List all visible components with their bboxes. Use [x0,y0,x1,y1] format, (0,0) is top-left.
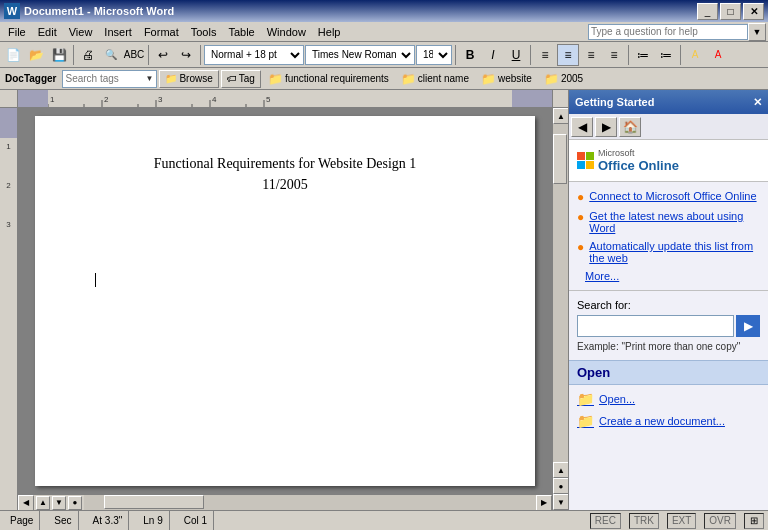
menu-edit[interactable]: Edit [32,24,63,40]
tag-button[interactable]: 🏷 Tag [221,70,261,88]
svg-text:2: 2 [104,95,109,104]
panel-home-button[interactable]: 🏠 [619,117,641,137]
cursor-area[interactable] [95,273,475,291]
breadcrumb-website[interactable]: 📁 website [476,70,537,88]
menu-help[interactable]: Help [312,24,347,40]
menu-insert[interactable]: Insert [98,24,138,40]
status-line: Ln 9 [137,511,169,530]
minimize-button[interactable]: _ [697,3,718,20]
breadcrumb-functional-requirements[interactable]: 📁 functional requirements [263,70,394,88]
menu-file[interactable]: File [2,24,32,40]
panel-search-example: Example: "Print more than one copy" [577,341,760,352]
panel-open-links-area: 📁 Open... 📁 Create a new document... [569,385,768,435]
font-color-button[interactable]: A [707,44,729,66]
new-button[interactable]: 📄 [2,44,24,66]
status-ext: EXT [667,513,696,529]
panel-back-button[interactable]: ◀ [571,117,593,137]
search-dropdown-icon[interactable]: ▼ [146,74,154,83]
redo-button[interactable]: ↪ [175,44,197,66]
panel-open-link-2[interactable]: 📁 Create a new document... [577,413,760,429]
help-search-button[interactable]: ▼ [748,23,766,41]
app-icon: W [4,3,20,19]
panel-link-2[interactable]: Get the latest news about using Word [589,210,760,234]
panel-close-icon[interactable]: ✕ [753,96,762,109]
panel-search-go-button[interactable]: ▶ [736,315,760,337]
sep5 [530,45,531,65]
align-left-button[interactable]: ≡ [534,44,556,66]
status-page-label: Page [10,515,33,526]
panel-open-section-header: Open [569,360,768,385]
document-body-area: 1 2 3 4 5 [0,90,568,510]
hscroll-right-button[interactable]: ▶ [536,495,552,511]
page-area: Functional Requirements for Website Desi… [18,108,552,510]
italic-button[interactable]: I [482,44,504,66]
ruler-v-top-margin [0,108,17,138]
sep1 [73,45,74,65]
panel-link-3[interactable]: Automatically update this list from the … [589,240,760,264]
vertical-scrollbar: ▲ ▲ ● ▼ [552,108,568,510]
panel-more-link[interactable]: More... [577,270,760,282]
align-right-button[interactable]: ≡ [580,44,602,66]
tag-icon: 🏷 [227,73,237,84]
panel-nav: ◀ ▶ 🏠 [569,114,768,140]
next-page-button[interactable]: ▼ [52,496,66,510]
hscroll-track[interactable] [84,495,536,510]
hscroll-thumb[interactable] [104,495,204,509]
menu-view[interactable]: View [63,24,99,40]
breadcrumb-label-1: functional requirements [285,73,389,84]
close-button[interactable]: ✕ [743,3,764,20]
numbered-list-button[interactable]: ≔ [655,44,677,66]
justify-button[interactable]: ≡ [603,44,625,66]
status-rec: REC [590,513,621,529]
save-button[interactable]: 💾 [48,44,70,66]
highlight-button[interactable]: A [684,44,706,66]
bullet-list-button[interactable]: ≔ [632,44,654,66]
panel-search-input[interactable] [577,315,734,337]
search-tags-input[interactable] [66,73,146,84]
help-search-input[interactable] [588,24,748,40]
size-selector[interactable]: 18 [416,45,452,65]
breadcrumb-2005[interactable]: 📁 2005 [539,70,588,88]
maximize-button[interactable]: □ [720,3,741,20]
browse-button-nav[interactable]: ● [68,496,82,510]
status-sec-label: Sec [54,515,71,526]
ruler-ticks: 1 2 3 4 5 [18,90,552,108]
vscroll-down-button[interactable]: ▼ [553,494,568,510]
menu-table[interactable]: Table [222,24,260,40]
ruler-v-tick-1: 1 [0,138,17,151]
font-selector[interactable]: Times New Roman [305,45,415,65]
bold-button[interactable]: B [459,44,481,66]
browse-button[interactable]: 📁 Browse [159,70,218,88]
panel-forward-button[interactable]: ▶ [595,117,617,137]
hscroll-left-button[interactable]: ◀ [18,495,34,511]
vscroll-up-button[interactable]: ▲ [553,108,568,124]
spell-button[interactable]: ABC [123,44,145,66]
scrollable-doc-area[interactable]: Functional Requirements for Website Desi… [18,108,552,494]
menu-format[interactable]: Format [138,24,185,40]
panel-link-1[interactable]: Connect to Microsoft Office Online [589,190,756,202]
breadcrumb-client-name[interactable]: 📁 client name [396,70,474,88]
breadcrumb-label-2: client name [418,73,469,84]
help-search: ▼ [588,23,766,41]
vscroll-thumb[interactable] [553,134,567,184]
ruler-v-tick-2: 2 [0,181,17,190]
vscroll-extra-mid[interactable]: ● [553,478,568,494]
vscroll-track[interactable] [553,124,568,462]
status-bar: Page Sec At 3.3" Ln 9 Col 1 REC TRK EXT … [0,510,768,530]
open-button[interactable]: 📂 [25,44,47,66]
preview-button[interactable]: 🔍 [100,44,122,66]
menu-tools[interactable]: Tools [185,24,223,40]
print-button[interactable]: 🖨 [77,44,99,66]
vscroll-extra-up[interactable]: ▲ [553,462,568,478]
svg-text:4: 4 [212,95,217,104]
align-center-button[interactable]: ≡ [557,44,579,66]
menu-window[interactable]: Window [261,24,312,40]
ms-sq-red [577,152,585,160]
search-tags-input-container: ▼ [62,70,158,88]
ms-logo-text-area: Microsoft Office Online [598,148,679,173]
panel-open-link-1[interactable]: 📁 Open... [577,391,760,407]
underline-button[interactable]: U [505,44,527,66]
undo-button[interactable]: ↩ [152,44,174,66]
style-selector[interactable]: Normal + 18 pt [204,45,304,65]
prev-page-button[interactable]: ▲ [36,496,50,510]
